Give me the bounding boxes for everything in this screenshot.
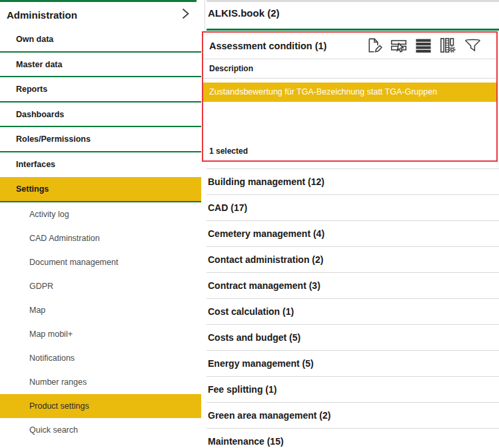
- section-contract-management-3[interactable]: Contract management (3): [207, 273, 499, 299]
- sidebar: Administration Own dataMaster dataReport…: [0, 0, 201, 448]
- sidebar-item-product-settings[interactable]: Product settings: [0, 394, 201, 418]
- selection-status: 1 selected: [209, 146, 248, 156]
- filter-icon[interactable]: [464, 37, 482, 55]
- page-title-underline: [207, 29, 499, 31]
- panel-toolbar: [365, 37, 482, 55]
- sidebar-item-quick-search[interactable]: Quick search: [0, 418, 201, 442]
- section-costs-and-budget-5[interactable]: Costs and budget (5): [207, 325, 499, 351]
- sidebar-item-number-ranges[interactable]: Number ranges: [0, 370, 201, 394]
- main-content: ALKIS.book (2) Assessment condition (1): [202, 0, 499, 448]
- sidebar-item-reports[interactable]: Reports: [0, 77, 201, 103]
- section-cad-17[interactable]: CAD (17): [207, 195, 499, 221]
- sidebar-item-gdpr[interactable]: GDPR: [0, 274, 201, 298]
- sidebar-item-settings[interactable]: Settings: [0, 177, 201, 202]
- page-title[interactable]: ALKIS.book (2): [208, 7, 280, 19]
- section-green-area-management-2[interactable]: Green area management (2): [207, 403, 499, 429]
- section-maintenance-15[interactable]: Maintenance (15): [207, 429, 499, 448]
- sidebar-item-interfaces[interactable]: Interfaces: [0, 152, 201, 178]
- sidebar-title: Administration: [7, 9, 180, 21]
- sidebar-header[interactable]: Administration: [0, 2, 201, 27]
- column-settings-icon[interactable]: [439, 37, 457, 55]
- select-row-icon[interactable]: [390, 37, 408, 55]
- sidebar-item-map-mobil[interactable]: Map mobil+: [0, 322, 201, 346]
- section-contact-administration-2[interactable]: Contact administration (2): [207, 247, 499, 273]
- section-building-management-12[interactable]: Building management (12): [207, 169, 499, 195]
- sidebar-item-own-data[interactable]: Own data: [0, 27, 201, 53]
- sidebar-item-roles-permissions[interactable]: Roles/Permissions: [0, 127, 201, 152]
- rows-icon[interactable]: [414, 37, 432, 55]
- sidebar-item-document-management[interactable]: Document management: [0, 250, 201, 274]
- column-header-description[interactable]: Description: [203, 59, 496, 79]
- app-window: Administration Own dataMaster dataReport…: [0, 0, 499, 448]
- section-fee-splitting-1[interactable]: Fee splitting (1): [207, 377, 499, 403]
- panel-header: Assessment condition (1): [203, 33, 496, 59]
- edit-icon[interactable]: [365, 37, 383, 55]
- section-cost-calculation-1[interactable]: Cost calculation (1): [207, 299, 499, 325]
- column-divider: [205, 0, 205, 31]
- sidebar-item-cad-adminstration[interactable]: CAD Adminstration: [0, 226, 201, 250]
- panel-title[interactable]: Assessment condition (1): [209, 41, 365, 51]
- selected-table-row[interactable]: Zustandsbewertung für TGA-Bezeichnung st…: [203, 83, 496, 102]
- sidebar-item-master-data[interactable]: Master data: [0, 53, 201, 78]
- sidebar-item-map[interactable]: Map: [0, 298, 201, 322]
- sidebar-nav: Own dataMaster dataReportsDashboardsRole…: [0, 27, 201, 442]
- sidebar-item-notifications[interactable]: Notifications: [0, 346, 201, 370]
- sidebar-item-activity-log[interactable]: Activity log: [0, 202, 201, 226]
- assessment-condition-panel: Assessment condition (1): [202, 31, 498, 162]
- main-top-rule: [207, 0, 499, 2]
- section-cemetery-management-4[interactable]: Cemetery management (4): [207, 221, 499, 247]
- section-energy-management-5[interactable]: Energy management (5): [207, 351, 499, 377]
- section-list: Building management (12)CAD (17)Cemetery…: [207, 168, 499, 448]
- chevron-right-icon[interactable]: [180, 7, 191, 23]
- sidebar-item-dashboards[interactable]: Dashboards: [0, 103, 201, 128]
